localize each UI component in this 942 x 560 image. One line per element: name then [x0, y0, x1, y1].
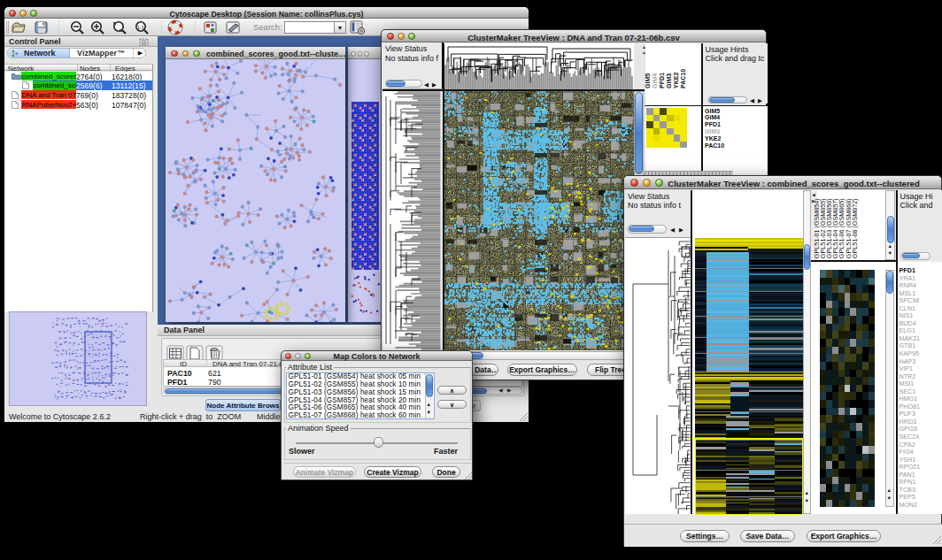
svg-text:Search:: Search: — [253, 22, 282, 32]
svg-text:1:1: 1:1 — [137, 25, 145, 30]
